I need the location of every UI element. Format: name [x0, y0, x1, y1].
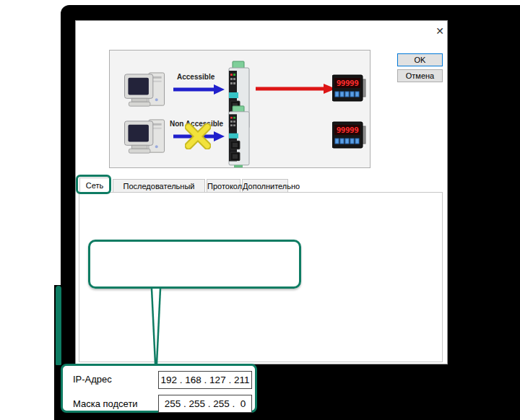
meter-value: 99999 [337, 79, 359, 88]
cancel-button[interactable]: Отмена [397, 69, 443, 82]
annotation-field-highlight [88, 240, 301, 289]
ok-button[interactable]: OK [397, 53, 443, 66]
computer-icon [123, 117, 169, 158]
callout-netmask-label: Маска подсети [73, 398, 138, 409]
annotation-leader-line [56, 286, 61, 365]
callout-ip-address-value: 192 . 168 . 127 . 211 [158, 371, 252, 389]
annotation-tab-highlight [76, 175, 111, 194]
page-background: ✕ Accessible [0, 0, 520, 420]
tab-advanced[interactable]: Дополнительно [242, 179, 288, 193]
device-settings-dialog: ✕ Accessible [75, 20, 448, 364]
close-button[interactable]: ✕ [433, 25, 447, 38]
accessible-label: Accessible [177, 73, 214, 81]
tab-protocol[interactable]: Протокол [207, 179, 240, 193]
gateway-device-icon [224, 105, 254, 168]
x-mark-icon [185, 123, 211, 149]
tab-serial-interface[interactable]: Последовательный интерфейс [113, 179, 205, 193]
callout-netmask-value: 255 . 255 . 255 . 0 [158, 395, 252, 413]
callout-ip-address-label: IP-Адрес [73, 374, 112, 385]
meter-display-icon: 99999 [332, 74, 366, 102]
annotation-funnel [147, 288, 165, 365]
meter-value: 99999 [337, 126, 359, 135]
callout-panel: IP-Адрес 192 . 168 . 127 . 211 Маска под… [61, 364, 257, 413]
data-flow-arrow-icon [256, 83, 337, 95]
network-diagram: Accessible [109, 50, 370, 168]
accessible-arrow-icon [173, 84, 225, 95]
computer-icon [123, 70, 169, 111]
meter-display-icon: 99999 [332, 121, 366, 149]
close-icon: ✕ [436, 25, 444, 37]
